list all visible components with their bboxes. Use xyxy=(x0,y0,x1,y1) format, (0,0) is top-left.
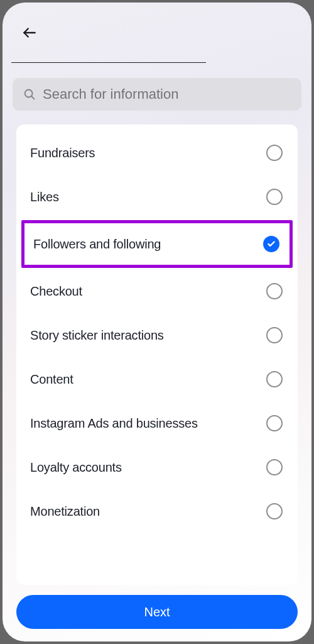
search-container xyxy=(11,78,303,111)
radio-unchecked-icon xyxy=(266,283,283,299)
arrow-left-icon xyxy=(21,25,38,41)
option-label: Followers and following xyxy=(33,237,161,252)
option-story-sticker-interactions[interactable]: Story sticker interactions xyxy=(16,313,298,357)
back-button[interactable] xyxy=(20,23,39,42)
option-followers-and-following[interactable]: Followers and following xyxy=(21,220,293,268)
search-icon xyxy=(23,87,36,101)
radio-unchecked-icon xyxy=(266,327,283,343)
radio-unchecked-icon xyxy=(266,145,283,161)
option-label: Instagram Ads and businesses xyxy=(30,416,198,431)
radio-unchecked-icon xyxy=(266,459,283,475)
option-loyalty-accounts[interactable]: Loyalty accounts xyxy=(16,445,298,489)
phone-screen: Fundraisers Likes Followers and followin… xyxy=(3,3,311,641)
option-label: Fundraisers xyxy=(30,146,95,160)
option-likes[interactable]: Likes xyxy=(16,175,298,219)
header xyxy=(11,14,303,52)
radio-unchecked-icon xyxy=(266,189,283,205)
next-button-label: Next xyxy=(144,605,170,619)
option-label: Story sticker interactions xyxy=(30,328,164,343)
option-label: Likes xyxy=(30,190,59,204)
option-checkout[interactable]: Checkout xyxy=(16,269,298,313)
search-input[interactable] xyxy=(43,86,291,103)
header-divider xyxy=(11,62,206,64)
search-box[interactable] xyxy=(13,78,301,111)
option-fundraisers[interactable]: Fundraisers xyxy=(16,131,298,175)
option-content[interactable]: Content xyxy=(16,357,298,401)
radio-unchecked-icon xyxy=(266,371,283,387)
options-list: Fundraisers Likes Followers and followin… xyxy=(16,125,298,585)
checkmark-icon xyxy=(267,240,276,248)
radio-checked-icon xyxy=(263,236,279,252)
option-label: Monetization xyxy=(30,504,100,519)
next-button[interactable]: Next xyxy=(16,595,298,629)
radio-unchecked-icon xyxy=(266,415,283,431)
option-instagram-ads-and-businesses[interactable]: Instagram Ads and businesses xyxy=(16,401,298,445)
option-label: Loyalty accounts xyxy=(30,460,122,475)
option-label: Content xyxy=(30,372,73,387)
option-label: Checkout xyxy=(30,284,82,299)
option-monetization[interactable]: Monetization xyxy=(16,489,298,533)
radio-unchecked-icon xyxy=(266,503,283,519)
svg-line-2 xyxy=(31,96,34,99)
